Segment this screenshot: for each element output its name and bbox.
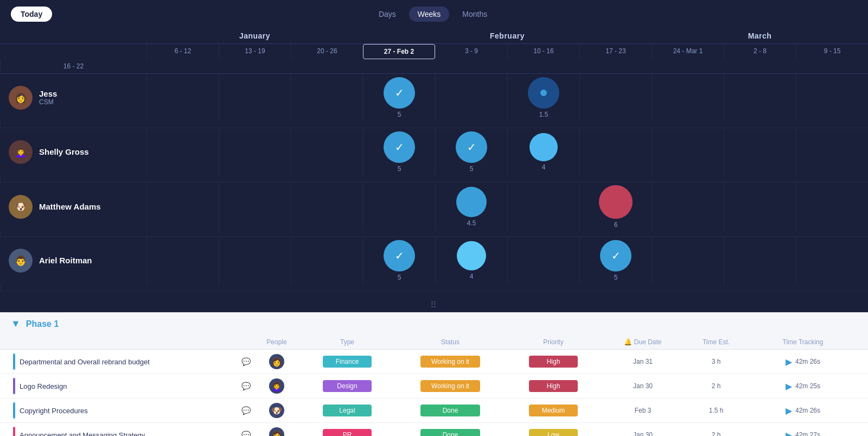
- tracking-value-1: 42m 25s: [795, 382, 820, 390]
- person-row-jess: 👩 Jess CSM ✓ 5 1.5: [0, 74, 868, 128]
- ariel-col11: [0, 285, 146, 291]
- today-button[interactable]: Today: [11, 7, 52, 22]
- ariel-bubble-2: 4: [457, 241, 486, 280]
- comment-icon-3[interactable]: 💬: [241, 431, 251, 436]
- task-type-badge-2: Legal: [323, 405, 372, 416]
- jess-bubble-label-1: 5: [398, 111, 401, 118]
- months-view-button[interactable]: Months: [454, 7, 496, 22]
- task-due-date-1: Jan 30: [602, 382, 684, 390]
- tracking-value-3: 42m 27s: [795, 431, 820, 436]
- comment-icon-1[interactable]: 💬: [241, 382, 251, 390]
- person-info-ariel: 👨 Ariel Roitman: [0, 249, 146, 273]
- task-people-2: 🐶: [255, 403, 298, 418]
- matthew-col7: 6: [579, 182, 652, 231]
- matthew-col6: [507, 182, 579, 231]
- shelly-col9: [724, 128, 796, 176]
- jess-bubble-label-2: 1.5: [539, 111, 548, 118]
- ariel-col4: ✓ 5: [363, 237, 435, 285]
- shelly-bubble-3-circle[interactable]: [529, 133, 558, 161]
- task-type-0: Finance: [298, 356, 396, 368]
- task-time-est-0: 3 h: [684, 358, 749, 365]
- task-rows: Departmental and Overall rebrand budget …: [0, 350, 868, 436]
- task-avatar-0: 👩: [269, 354, 284, 369]
- weeks-view-button[interactable]: Weeks: [409, 7, 450, 22]
- task-priority-1: High: [505, 380, 602, 392]
- matthew-col10: [796, 182, 868, 231]
- task-bar-0: [13, 353, 15, 370]
- play-icon-0[interactable]: ▶: [786, 357, 792, 367]
- task-status-badge-3: Done: [420, 429, 480, 436]
- person-name-ariel: Ariel Roitman: [39, 256, 92, 265]
- task-status-1: Working on it: [396, 380, 505, 392]
- matthew-bubble-red[interactable]: [599, 185, 633, 219]
- shelly-bubble-1: ✓ 5: [384, 131, 415, 173]
- ariel-label-1: 5: [398, 274, 401, 281]
- th-type: Type: [298, 335, 396, 349]
- shelly-col6: 4: [507, 128, 579, 176]
- task-people-0: 👩: [255, 354, 298, 369]
- ariel-bubble-check-1[interactable]: ✓: [384, 240, 415, 271]
- task-cell-3: Announcement and Messaging Strategy 💬: [11, 427, 255, 436]
- matthew-bubble-blue[interactable]: [456, 187, 487, 217]
- task-bar-1: [13, 378, 15, 394]
- days-view-button[interactable]: Days: [370, 7, 405, 22]
- matthew-label-2: 6: [614, 221, 618, 229]
- jess-col7: [579, 74, 652, 122]
- ariel-col10: [796, 237, 868, 285]
- task-priority-0: High: [505, 356, 602, 368]
- header-bar: Today Days Weeks Months: [0, 0, 868, 28]
- task-time-est-2: 1.5 h: [684, 407, 749, 414]
- shelly-bubble-check-1[interactable]: ✓: [384, 131, 415, 163]
- jess-col9: [724, 74, 796, 122]
- task-type-2: Legal: [298, 405, 396, 416]
- person-role-jess: CSM: [39, 98, 57, 106]
- ariel-label-2: 4: [470, 273, 474, 280]
- th-due-date: 🔔 Due Date: [602, 335, 684, 349]
- play-icon-3[interactable]: ▶: [786, 430, 792, 437]
- phase-chevron-icon: ▼: [11, 318, 21, 330]
- task-priority-badge-1: High: [529, 380, 578, 392]
- task-tracking-2: ▶ 42m 26s: [749, 406, 857, 416]
- comment-icon-0[interactable]: 💬: [241, 357, 251, 366]
- person-row-shelly: 👩‍🦱 Shelly Gross ✓ 5 ✓ 5 4: [0, 128, 868, 182]
- bottom-panel: ▼ Phase 1 People Type Status Priority 🔔 …: [0, 312, 868, 436]
- week-10-16: 10 - 16: [507, 44, 579, 59]
- tracking-value-2: 42m 26s: [795, 407, 820, 414]
- person-row-ariel: 👨 Ariel Roitman ✓ 5 4 ✓ 5: [0, 237, 868, 291]
- month-headers: January February March: [0, 28, 868, 44]
- th-status: Status: [396, 335, 505, 349]
- resize-dots: ⠿: [430, 300, 438, 310]
- table-row: Logo Redesign 💬 👩‍🦱 Design Working on it…: [0, 374, 868, 399]
- shelly-col1: [146, 128, 219, 176]
- month-january: January: [146, 28, 363, 43]
- th-time-est: Time Est.: [684, 335, 749, 349]
- avatar-jess: 👩: [9, 86, 33, 110]
- task-status-0: Working on it: [396, 356, 505, 368]
- resize-handle[interactable]: ⠿: [0, 298, 868, 312]
- bell-header-icon: 🔔: [624, 338, 634, 346]
- jess-bubble-check[interactable]: ✓: [384, 77, 415, 109]
- person-info-shelly: 👩‍🦱 Shelly Gross: [0, 140, 146, 164]
- ariel-bubble-check-3[interactable]: ✓: [600, 240, 631, 271]
- calendar-section: Today Days Weeks Months January February…: [0, 0, 868, 298]
- task-priority-badge-2: Medium: [529, 405, 578, 416]
- table-row: Copyright Procedures 💬 🐶 Legal Done Medi…: [0, 399, 868, 423]
- task-tracking-1: ▶ 42m 25s: [749, 381, 857, 391]
- jess-bubble-dot[interactable]: [528, 77, 559, 109]
- play-icon-1[interactable]: ▶: [786, 381, 792, 391]
- task-type-badge-0: Finance: [323, 356, 372, 368]
- ariel-bubble-light[interactable]: [457, 241, 486, 270]
- task-avatar-1: 👩‍🦱: [269, 378, 284, 394]
- task-name-1: Logo Redesign: [20, 382, 67, 390]
- table-row: Departmental and Overall rebrand budget …: [0, 350, 868, 374]
- play-icon-2[interactable]: ▶: [786, 406, 792, 416]
- shelly-bubble-2: ✓ 5: [456, 131, 487, 173]
- week-27-feb2: 27 - Feb 2: [363, 44, 435, 59]
- task-status-2: Done: [396, 405, 505, 416]
- matthew-col3: [291, 182, 363, 231]
- person-row-matthew: 🐶 Matthew Adams 4.5 6: [0, 182, 868, 237]
- matthew-col11: [0, 231, 146, 237]
- shelly-bubble-check-2[interactable]: ✓: [456, 131, 487, 163]
- comment-icon-2[interactable]: 💬: [241, 406, 251, 415]
- person-name-shelly: Shelly Gross: [39, 147, 89, 156]
